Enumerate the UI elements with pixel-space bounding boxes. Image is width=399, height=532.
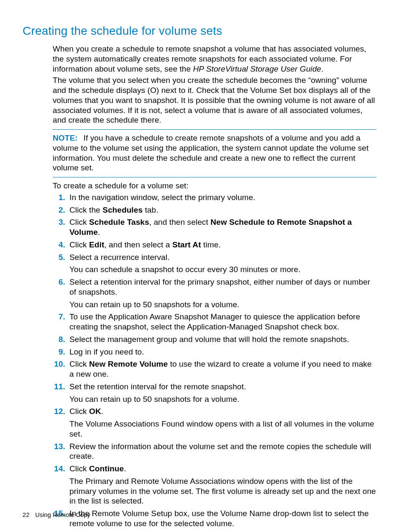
step-15: In the Remote Volume Setup box, use the … [53, 509, 376, 532]
step-text: Click New Remote Volume to use the wizar… [69, 360, 372, 378]
step-text: Log in if you need to. [69, 347, 144, 356]
step-subtext: The Volume Associations Found window ope… [69, 419, 376, 439]
step-14: Click Continue. The Primary and Remote V… [53, 464, 376, 509]
step-7: To use the Application Aware Snapshot Ma… [53, 312, 376, 334]
book-title: HP StoreVirtual Storage User Guide [193, 64, 322, 73]
step-subtext: You can retain up to 50 snapshots for a … [69, 394, 376, 404]
intro-paragraph-2: The volume that you select when you crea… [53, 75, 376, 125]
step-4: Click Edit, and then select a Start At t… [53, 240, 376, 252]
ui-label: OK [89, 407, 101, 416]
t: . [98, 228, 100, 236]
footer-chapter-title: Using Remote Copy [35, 511, 90, 518]
ui-label: Schedules [102, 206, 143, 214]
t: time. [201, 240, 221, 249]
step-text: Set the retention interval for the remot… [69, 382, 246, 391]
step-12: Click OK. The Volume Associations Found … [53, 406, 376, 441]
t: Click [69, 240, 89, 249]
ui-label: Continue [89, 464, 124, 473]
ui-label: Edit [89, 240, 104, 249]
step-9: Log in if you need to. [53, 347, 376, 360]
step-1: In the navigation window, select the pri… [53, 193, 376, 205]
step-subtext: The Primary and Remote Volume Associatio… [69, 476, 376, 506]
t: , and then select a [104, 240, 172, 249]
step-subtext: You can schedule a snapshot to occur eve… [69, 265, 376, 275]
t: Click [69, 407, 89, 416]
ui-label: Start At [172, 240, 201, 249]
step-text: Click the Schedules tab. [69, 206, 159, 214]
t: Click [69, 360, 89, 368]
t: , and then select [149, 218, 211, 226]
ui-label: New Remote Volume [89, 360, 168, 368]
step-text: Click Schedule Tasks, and then select Ne… [69, 218, 352, 236]
step-13: Review the information about the volume … [53, 442, 376, 464]
step-text: Click Continue. [69, 464, 126, 473]
step-6: Select a retention interval for the prim… [53, 277, 376, 312]
ui-label: Schedule Tasks [89, 218, 149, 226]
step-text: Click OK. [69, 407, 103, 416]
intro-paragraph-1: When you create a schedule to remote sna… [53, 44, 376, 74]
t: . [124, 464, 126, 473]
t: tab. [143, 206, 158, 214]
step-text: Select the management group and volume t… [69, 335, 349, 344]
step-text: Select a retention interval for the prim… [69, 278, 370, 296]
procedure-steps: In the navigation window, select the pri… [53, 193, 376, 532]
note-body: If you have a schedule to create remote … [53, 134, 368, 172]
step-8: Select the management group and volume t… [53, 334, 376, 347]
step-text: In the Remote Volume Setup box, use the … [69, 509, 369, 528]
page-number: 22 [23, 511, 29, 518]
step-10: Click New Remote Volume to use the wizar… [53, 359, 376, 382]
t: . [101, 407, 103, 416]
step-subtext: You can retain up to 50 snapshots for a … [69, 300, 376, 310]
step-text: Select a recurrence interval. [69, 253, 169, 262]
step-3: Click Schedule Tasks, and then select Ne… [53, 217, 376, 240]
note-callout: NOTE:If you have a schedule to create re… [53, 129, 376, 177]
steps-lead-in: To create a schedule for a volume set: [53, 181, 376, 191]
intro-text-1b: . [321, 64, 323, 73]
note-label: NOTE: [53, 134, 84, 142]
step-text: To use the Application Aware Snapshot Ma… [69, 312, 360, 331]
section-heading: Creating the schedule for volume sets [23, 23, 376, 38]
step-text: Review the information about the volume … [69, 442, 371, 461]
t: Click [69, 218, 89, 226]
step-text: Click Edit, and then select a Start At t… [69, 240, 221, 249]
t: Click [69, 464, 89, 473]
step-11: Set the retention interval for the remot… [53, 382, 376, 407]
step-text: In the navigation window, select the pri… [69, 193, 256, 202]
t: Click the [69, 206, 102, 214]
step-5: Select a recurrence interval. You can sc… [53, 252, 376, 278]
step-2: Click the Schedules tab. [53, 205, 376, 218]
page-footer: 22Using Remote Copy [23, 511, 90, 519]
